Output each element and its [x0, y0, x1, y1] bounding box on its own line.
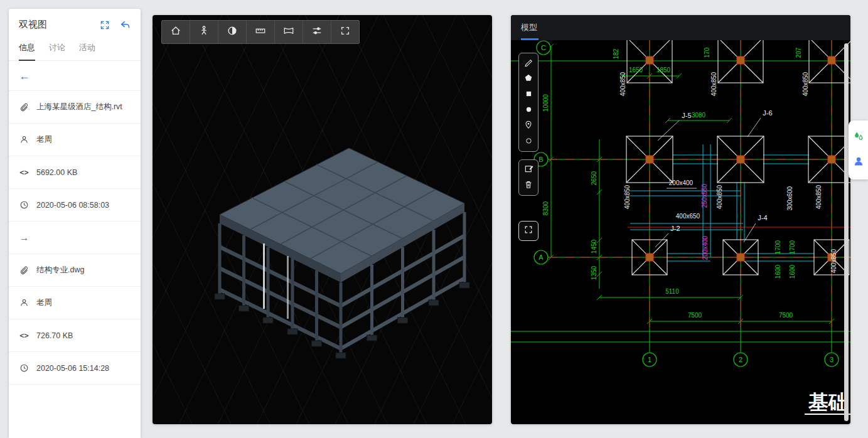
adjust-button[interactable] — [303, 21, 331, 43]
dim-text: 1450 — [591, 239, 597, 254]
file-date-row: 2020-05-06 08:58:03 — [9, 189, 141, 222]
size-text: 400x850 — [802, 72, 809, 96]
vertical-scrollbar[interactable] — [844, 43, 849, 421]
paperclip-icon — [19, 265, 29, 275]
dim-text: 1650 — [629, 67, 643, 73]
place-marker-button[interactable] — [521, 118, 536, 134]
draw-polygon-button[interactable] — [521, 71, 536, 87]
dim-text: 1600 — [789, 264, 796, 279]
contrast-icon — [227, 25, 238, 39]
first-person-icon — [198, 25, 210, 39]
expand-icon[interactable] — [99, 19, 110, 31]
reply-icon[interactable] — [119, 19, 131, 31]
dim-text: 8300 — [542, 201, 549, 215]
panel-title: 双视图 — [19, 19, 47, 31]
info-sidebar: 双视图 信息 讨论 活动 ← — [9, 9, 141, 438]
size-text: 400x650 — [676, 213, 700, 220]
code-icon: <> — [19, 168, 29, 177]
cad-drawing[interactable]: C B A 1 2 3 1650 1850 3080 5110 7500 — [511, 40, 850, 424]
pile-label: J-2 — [670, 225, 680, 232]
side-float-panel — [849, 120, 868, 179]
edit-icon — [524, 164, 533, 176]
fullscreen-button[interactable] — [331, 21, 359, 43]
sidebar-tabs: 信息 讨论 活动 — [9, 37, 141, 61]
collaborator-button[interactable] — [851, 155, 866, 170]
home-view-button[interactable] — [162, 21, 190, 43]
drawing-title: 基础 — [808, 391, 849, 414]
dim-text: 207 — [795, 47, 802, 58]
viewer-2d: 模型 — [511, 15, 850, 424]
tab-discussion[interactable]: 讨论 — [49, 37, 65, 60]
contrast-button[interactable] — [218, 21, 247, 43]
sliders-icon — [311, 25, 323, 39]
dim-text: 7500 — [688, 312, 702, 319]
location-pin-icon — [524, 120, 533, 132]
file-name-row: 结构专业.dwg — [9, 254, 141, 287]
panorama-button[interactable] — [275, 21, 303, 43]
ruler-icon — [255, 25, 266, 39]
cad-fullscreen-button[interactable] — [518, 221, 538, 241]
draw-rect-button[interactable] — [521, 87, 536, 102]
file-owner: 老周 — [36, 134, 52, 145]
home-icon — [170, 25, 181, 39]
pencil-icon — [524, 57, 533, 69]
measure-button[interactable] — [247, 21, 275, 43]
paperclip-icon — [19, 102, 29, 112]
delete-markup-button[interactable] — [521, 178, 536, 193]
clock-icon — [19, 363, 29, 373]
tab-activity[interactable]: 活动 — [79, 37, 95, 60]
back-row: ← — [9, 61, 141, 91]
dim-text: 3080 — [692, 112, 706, 119]
code-icon: <> — [19, 331, 29, 340]
markup-toolbar — [518, 53, 538, 152]
viewer3d-toolbar — [161, 20, 360, 44]
app-root: 双视图 信息 讨论 活动 ← — [0, 0, 868, 438]
render-mode-button[interactable] — [851, 130, 866, 145]
dim-text: 10000 — [542, 94, 549, 112]
size-text: 250x550 — [701, 183, 708, 208]
dim-text: 5110 — [665, 288, 679, 295]
person-icon — [19, 298, 29, 307]
file-name: 结构专业.dwg — [36, 265, 84, 275]
arrow-right-icon: → — [19, 232, 29, 243]
back-arrow-icon[interactable]: ← — [19, 70, 30, 82]
axis-bubble-c: C — [541, 44, 546, 51]
dim-text: 1350 — [591, 265, 597, 280]
viewer2d-header: 模型 — [511, 15, 850, 41]
axis-bubble-1: 1 — [648, 356, 651, 363]
person-blue-icon — [853, 156, 864, 169]
edit-markup-button[interactable] — [521, 162, 536, 178]
square-icon — [525, 89, 533, 100]
trash-icon — [524, 180, 533, 191]
pentagon-icon — [524, 73, 533, 85]
fullscreen-icon — [523, 225, 533, 237]
file-date-row: 2020-05-06 15:14:28 — [9, 352, 141, 385]
draw-circle-filled-button[interactable] — [521, 102, 536, 118]
first-person-button[interactable] — [190, 21, 218, 43]
panorama-icon — [283, 25, 294, 39]
circle-outline-icon — [525, 136, 533, 147]
size-text: 200x400 — [702, 235, 709, 260]
clock-icon — [19, 200, 29, 210]
building-3d-model[interactable] — [153, 15, 492, 424]
file-info-list: 上海某星级酒店_结构.rvt 老周 <> 5692.00 KB 2020-05-… — [9, 91, 141, 385]
draw-line-button[interactable] — [521, 55, 536, 71]
draw-circle-button[interactable] — [521, 134, 536, 149]
file-size-row: <> 726.70 KB — [9, 319, 141, 352]
dim-text: 7500 — [779, 312, 793, 319]
cad-canvas[interactable]: C B A 1 2 3 1650 1850 3080 5110 7500 — [511, 40, 850, 424]
fullscreen-icon — [340, 25, 351, 39]
size-text: 300x600 — [786, 186, 793, 210]
sidebar-header: 双视图 — [9, 9, 141, 37]
dim-text: 182 — [613, 48, 619, 59]
size-text: 400x850 — [624, 184, 631, 209]
file-size: 5692.00 KB — [36, 168, 77, 177]
file-owner-row: 老周 — [9, 124, 141, 156]
viewer-3d[interactable] — [153, 15, 492, 424]
dim-text: 1600 — [774, 264, 781, 279]
circle-filled-icon — [525, 105, 533, 116]
tab-info[interactable]: 信息 — [19, 37, 35, 61]
axis-bubble-b: B — [538, 156, 543, 163]
dim-text: 1700 — [774, 240, 781, 254]
file-date: 2020-05-06 08:58:03 — [36, 201, 109, 210]
